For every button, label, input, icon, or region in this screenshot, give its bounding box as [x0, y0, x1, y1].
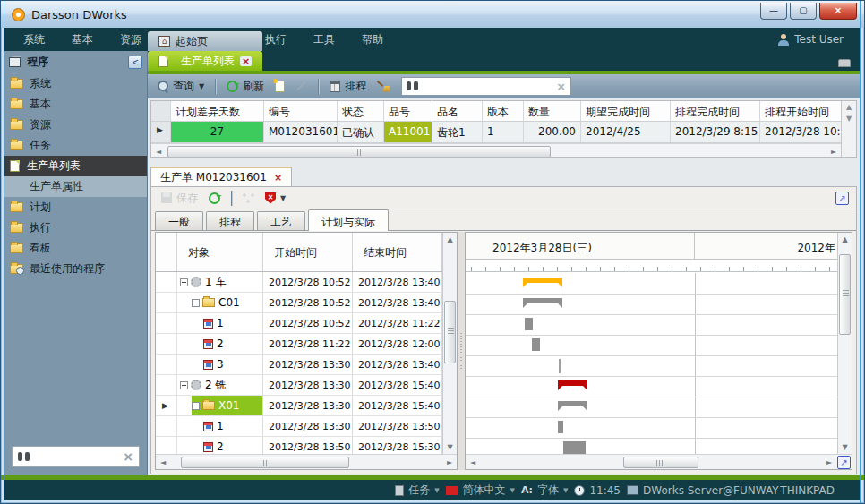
tree-node[interactable]: 2	[203, 437, 262, 454]
subtab-排程[interactable]: 排程	[206, 211, 254, 230]
scroll-thumb[interactable]	[623, 457, 698, 468]
grid-header-cell[interactable]: 数量	[524, 101, 581, 121]
close-icon[interactable]: ×	[240, 56, 252, 66]
tree-row[interactable]: 22012/3/28 11:222012/3/28 12:00	[156, 334, 442, 355]
tree-node[interactable]: 2	[203, 334, 262, 354]
gantt-hscrollbar[interactable]: ◄ ► ↗	[466, 454, 852, 469]
query-button[interactable]: 查询 ▼	[155, 77, 207, 96]
edit-button[interactable]	[293, 83, 310, 89]
subtab-一般[interactable]: 一般	[155, 211, 203, 230]
tree-node[interactable]: X01	[192, 396, 262, 415]
collapse-toggle-icon[interactable]	[180, 278, 188, 286]
menu-item[interactable]: 系统	[10, 30, 58, 49]
clean-button[interactable]	[374, 79, 392, 94]
menu-item[interactable]: 基本	[58, 30, 107, 49]
scroll-up-icon[interactable]: ▲	[846, 103, 852, 111]
scroll-right-icon[interactable]: ►	[826, 148, 841, 156]
refresh-detail-button[interactable]	[206, 191, 223, 206]
toolbar-search-box[interactable]: ×	[401, 77, 571, 96]
gantt-bar[interactable]	[558, 380, 587, 390]
gantt-vscrollbar[interactable]: ▲ ▼	[837, 233, 852, 454]
schedule-button[interactable]: 排程	[327, 77, 369, 96]
grid-hscrollbar[interactable]: ◄ ►	[151, 143, 841, 157]
collapse-toggle-icon[interactable]	[192, 299, 200, 307]
tree-node[interactable]: 1	[203, 416, 262, 436]
sidebar-item-任务[interactable]: 任务	[4, 135, 147, 156]
scroll-down-icon[interactable]: ▼	[846, 115, 852, 123]
sidebar-item-系统[interactable]: 系统	[4, 73, 147, 94]
clear-search-icon[interactable]: ×	[556, 80, 566, 93]
order-document-tab[interactable]: 生产单 M012031601 ×	[150, 167, 292, 186]
scroll-thumb[interactable]	[444, 301, 456, 363]
tree-vscrollbar[interactable]: ▲ ▼	[442, 233, 457, 454]
sidebar-item-生产单列表[interactable]: 生产单列表	[4, 156, 147, 176]
menu-item[interactable]: 帮助	[348, 30, 397, 49]
float-window-icon[interactable]	[838, 59, 851, 67]
tree-row[interactable]: 32012/3/28 13:302012/3/28 13:40	[156, 355, 442, 375]
tree-row[interactable]: C012012/3/28 10:522012/3/28 13:40	[156, 293, 442, 313]
sidebar-collapse-button[interactable]: <	[128, 56, 142, 69]
grid-header-cell[interactable]: 品名	[432, 101, 483, 121]
tree-row[interactable]: ▶X012012/3/28 13:302012/3/28 15:40	[156, 396, 442, 416]
tab-起始页[interactable]: ⌂起始页	[148, 31, 262, 51]
scroll-left-icon[interactable]: ◄	[156, 458, 170, 466]
sidebar-item-基本[interactable]: 基本	[4, 94, 147, 115]
grid-header-cell[interactable]: 状态	[338, 101, 384, 121]
scroll-down-icon[interactable]: ▼	[838, 440, 852, 454]
gantt-bar[interactable]	[558, 421, 563, 433]
menu-item[interactable]: 工具	[300, 30, 348, 49]
grid-header-cell[interactable]: 版本	[483, 101, 524, 121]
font-dropdown[interactable]: A: 字体 ▼	[521, 483, 569, 498]
sidebar-item-计划[interactable]: 计划	[4, 197, 147, 218]
sidebar-item-资源[interactable]: 资源	[4, 115, 147, 135]
save-button[interactable]: 保存	[158, 189, 201, 208]
scroll-thumb[interactable]	[181, 457, 349, 468]
tree-node[interactable]: 3	[203, 355, 262, 374]
gantt-bar[interactable]	[523, 298, 562, 308]
tab-生产单列表[interactable]: 生产单列表×	[148, 51, 262, 71]
grid-header-cell[interactable]: 编号	[264, 101, 338, 121]
scroll-right-icon[interactable]: ►	[442, 458, 457, 466]
gantt-bar[interactable]	[563, 441, 586, 454]
task-status-dropdown[interactable]: 任务 ▼	[395, 483, 439, 498]
tree-node[interactable]: 1	[203, 313, 262, 333]
tree-node[interactable]: 2 铣	[180, 375, 262, 395]
grid-header-cell[interactable]: 排程开始时间	[760, 101, 841, 121]
scroll-left-icon[interactable]: ◄	[151, 148, 166, 156]
tree-header-cell[interactable]: 对象	[177, 233, 263, 271]
tree-header-cell[interactable]: 开始时间	[263, 233, 353, 271]
tree-row[interactable]: 1 车2012/3/28 10:522012/3/28 13:40	[156, 272, 442, 293]
scroll-up-icon[interactable]: ▲	[838, 233, 852, 246]
scroll-down-icon[interactable]: ▼	[443, 440, 457, 454]
tree-row[interactable]: 2 铣2012/3/28 13:302012/3/28 15:40	[156, 375, 442, 396]
popout-icon[interactable]: ↗	[837, 456, 851, 469]
maximize-button[interactable]: ▢	[790, 3, 817, 20]
clear-search-icon[interactable]: ×	[123, 449, 133, 464]
sidebar-item-看板[interactable]: 看板	[4, 238, 147, 259]
scroll-left-icon[interactable]: ◄	[466, 458, 480, 466]
popout-icon[interactable]: ↗	[835, 192, 849, 205]
sidebar-item-生产单属性[interactable]: 生产单属性	[4, 176, 147, 197]
close-button[interactable]: ×	[819, 3, 857, 20]
tree-node[interactable]: 1 车	[180, 272, 262, 292]
gantt-bar[interactable]	[532, 338, 540, 351]
sidebar-item-最近使用的程序[interactable]: 最近使用的程序	[4, 259, 147, 279]
new-button[interactable]	[272, 79, 287, 94]
collapse-toggle-icon[interactable]	[180, 381, 188, 389]
link-button[interactable]	[240, 192, 257, 205]
minimize-button[interactable]: —	[760, 3, 787, 20]
tree-row[interactable]: 22012/3/28 13:502012/3/28 15:30	[156, 437, 442, 454]
gantt-bar[interactable]	[559, 359, 561, 373]
refresh-button[interactable]: 刷新	[224, 77, 267, 96]
sidebar-search-box[interactable]: ×	[12, 446, 140, 467]
security-button[interactable]: × ▼	[262, 191, 288, 206]
collapse-toggle-icon[interactable]	[192, 402, 200, 410]
tree-row[interactable]: 12012/3/28 10:522012/3/28 11:22	[156, 313, 442, 334]
user-badge[interactable]: Test User	[778, 33, 854, 46]
grid-header-cell[interactable]: 期望完成时间	[581, 101, 671, 121]
tree-row[interactable]: 12012/3/28 13:302012/3/28 13:50	[156, 416, 442, 437]
gantt-bar[interactable]	[525, 318, 533, 330]
grid-header-cell[interactable]: 计划差异天数	[171, 101, 264, 121]
tree-node[interactable]: C01	[192, 293, 262, 312]
gantt-bar[interactable]	[523, 278, 562, 287]
